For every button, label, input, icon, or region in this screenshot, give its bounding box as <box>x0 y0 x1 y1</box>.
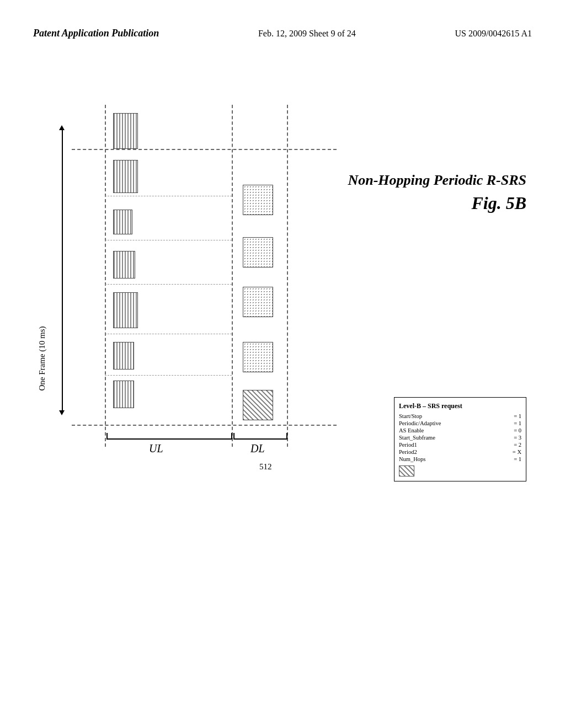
ul-block-2 <box>113 160 138 193</box>
legend-value-3: = 0 <box>514 427 521 433</box>
dashed-vline-right-ul <box>232 105 233 447</box>
frame-label: One Frame (10 ms) <box>38 326 47 390</box>
legend-row-5: Period1 = 2 <box>399 442 521 448</box>
legend-value-5: = 2 <box>514 442 521 448</box>
dashed-hline-bottom <box>72 425 337 426</box>
hsep-1 <box>105 196 232 196</box>
dashed-vline-left <box>105 105 106 447</box>
fig-title-line2: Fig. 5B <box>348 193 526 213</box>
legend-label-5: Period1 <box>399 442 417 448</box>
legend-row-4: Start_Subframe = 3 <box>399 435 521 441</box>
legend-swatch-diag <box>399 465 414 477</box>
dl-brace <box>233 433 287 440</box>
legend-label-7: Num_Hops <box>399 456 425 462</box>
legend-box: Level-B – SRS request Start/Stop = 1 Per… <box>394 397 526 481</box>
legend-label-3: AS Enable <box>399 427 424 433</box>
hsep-5 <box>105 375 232 376</box>
dashed-hline-top <box>72 149 337 150</box>
publication-title: Patent Application Publication <box>33 28 159 39</box>
legend-title: Level-B – SRS request <box>399 402 521 410</box>
ul-block-7 <box>113 381 134 408</box>
diagram-area: One Frame (10 ms) <box>33 88 532 629</box>
page-header: Patent Application Publication Feb. 12, … <box>0 28 565 39</box>
frame-label-container: One Frame (10 ms) <box>38 326 47 390</box>
label-512: 512 <box>259 462 272 472</box>
ul-block-1 <box>113 113 138 149</box>
ul-block-4 <box>113 251 135 279</box>
legend-value-7: = 1 <box>514 456 521 462</box>
ul-block-3 <box>113 210 132 234</box>
ul-brace <box>106 433 232 440</box>
legend-row-6: Period2 = X <box>399 449 521 455</box>
fig-title: Non-Hopping Periodic R-SRS Fig. 5B <box>348 171 526 213</box>
dashed-vline-right-dl <box>287 105 288 447</box>
legend-label-1: Start/Stop <box>399 413 422 419</box>
patent-number: US 2009/0042615 A1 <box>455 29 532 39</box>
legend-value-4: = 3 <box>514 435 521 441</box>
dl-block-4 <box>243 342 273 372</box>
legend-row-7: Num_Hops = 1 <box>399 456 521 462</box>
hsep-3 <box>105 284 232 285</box>
ul-block-5 <box>113 292 138 328</box>
legend-label-6: Period2 <box>399 449 417 455</box>
hsep-4 <box>105 334 232 334</box>
dl-block-2 <box>243 237 273 267</box>
legend-label-2: Periodic/Adaptive <box>399 420 441 426</box>
legend-label-4: Start_Subframe <box>399 435 435 441</box>
legend-row-1: Start/Stop = 1 <box>399 413 521 419</box>
legend-value-2: = 1 <box>514 420 521 426</box>
frame-arrow <box>62 130 63 411</box>
ul-block-6 <box>113 342 134 370</box>
legend-swatch-row <box>399 465 521 477</box>
legend-row-2: Periodic/Adaptive = 1 <box>399 420 521 426</box>
dl-block-3 <box>243 287 273 317</box>
ul-label: UL <box>149 442 163 455</box>
dl-block-1 <box>243 185 273 215</box>
sheet-info: Feb. 12, 2009 Sheet 9 of 24 <box>258 29 356 39</box>
dl-block-5-special <box>243 390 273 420</box>
legend-value-1: = 1 <box>514 413 521 419</box>
timing-diagram: UL DL 512 <box>72 105 337 447</box>
legend-row-3: AS Enable = 0 <box>399 427 521 433</box>
fig-title-line1: Non-Hopping Periodic R-SRS <box>348 171 526 190</box>
dl-label: DL <box>250 442 265 455</box>
legend-value-6: = X <box>513 449 521 455</box>
hsep-2 <box>105 240 232 240</box>
